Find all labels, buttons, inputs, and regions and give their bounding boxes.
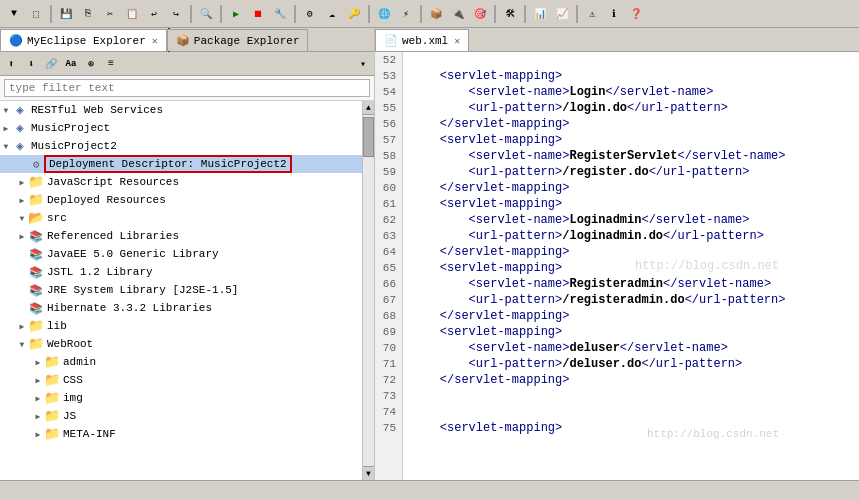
expand-icon-16[interactable]: ▶ — [32, 376, 44, 385]
tree-item-8[interactable]: ▶📚Referenced Libraries — [0, 227, 374, 245]
panel-btn-aa[interactable]: Aa — [62, 55, 80, 73]
toolbar-btn-8[interactable]: ↪ — [166, 4, 186, 24]
toolbar-btn-1[interactable]: ▼ — [4, 4, 24, 24]
toolbar-separator-2 — [190, 5, 192, 23]
scroll-up-btn[interactable]: ▲ — [363, 101, 374, 115]
tree-item-6[interactable]: ▶📁Deployed Resources — [0, 191, 374, 209]
code-line: <servlet-mapping> — [411, 132, 851, 148]
expand-icon-8[interactable]: ▶ — [16, 232, 28, 241]
toolbar-btn-14[interactable]: ☁ — [322, 4, 342, 24]
editor-tab-webxml[interactable]: 📄 web.xml ✕ — [375, 29, 469, 51]
toolbar-btn-12[interactable]: 🔧 — [270, 4, 290, 24]
tree-item-11[interactable]: 📚JRE System Library [J2SE-1.5] — [0, 281, 374, 299]
code-body[interactable]: http://blog.csdn.net <servlet-mapping> <… — [403, 52, 859, 480]
toolbar-btn-11[interactable]: ⏹ — [248, 4, 268, 24]
tree-item-5[interactable]: ▶📁JavaScript Resources — [0, 173, 374, 191]
filter-input[interactable] — [4, 79, 370, 97]
line-num: 71 — [381, 356, 396, 372]
toolbar-btn-10[interactable]: ▶ — [226, 4, 246, 24]
expand-icon-2[interactable]: ▶ — [0, 124, 12, 133]
expand-icon-13[interactable]: ▶ — [16, 322, 28, 331]
expand-icon-5[interactable]: ▶ — [16, 178, 28, 187]
toolbar-btn-16[interactable]: 🌐 — [374, 4, 394, 24]
tree-item-10[interactable]: 📚JSTL 1.2 Library — [0, 263, 374, 281]
expand-icon-1[interactable]: ▼ — [0, 106, 12, 115]
line-num: 61 — [381, 196, 396, 212]
toolbar-btn-21[interactable]: 🛠 — [500, 4, 520, 24]
item-label-13: lib — [47, 320, 67, 332]
tree-item-17[interactable]: ▶📁img — [0, 389, 374, 407]
toolbar-btn-13[interactable]: ⚙ — [300, 4, 320, 24]
line-num: 58 — [381, 148, 396, 164]
expand-icon-17[interactable]: ▶ — [32, 394, 44, 403]
toolbar-btn-5[interactable]: ✂ — [100, 4, 120, 24]
toolbar-btn-3[interactable]: 💾 — [56, 4, 76, 24]
line-num: 62 — [381, 212, 396, 228]
toolbar-btn-4[interactable]: ⎘ — [78, 4, 98, 24]
code-line: <servlet-mapping> — [411, 196, 851, 212]
toolbar-separator-4 — [294, 5, 296, 23]
toolbar-btn-2[interactable]: ⬚ — [26, 4, 46, 24]
line-num: 68 — [381, 308, 396, 324]
tree-item-4[interactable]: ⚙Deployment Descriptor: MusicProject2 — [0, 155, 374, 173]
tree-item-16[interactable]: ▶📁CSS — [0, 371, 374, 389]
xml-file-icon: 📄 — [384, 34, 398, 47]
toolbar-btn-9[interactable]: 🔍 — [196, 4, 216, 24]
editor-tab-close[interactable]: ✕ — [454, 35, 460, 47]
tree-item-15[interactable]: ▶📁admin — [0, 353, 374, 371]
item-label-8: Referenced Libraries — [47, 230, 179, 242]
tab-myeclipse-explorer[interactable]: 🔵 MyEclipse Explorer ✕ — [0, 29, 167, 51]
left-panel: 🔵 MyEclipse Explorer ✕ 📦 Package Explore… — [0, 28, 375, 480]
item-icon-3: ◈ — [12, 138, 28, 154]
item-icon-16: 📁 — [44, 372, 60, 388]
toolbar-btn-23[interactable]: 📈 — [552, 4, 572, 24]
toolbar-btn-17[interactable]: ⚡ — [396, 4, 416, 24]
expand-icon-14[interactable]: ▼ — [16, 340, 28, 349]
tree-scrollbar[interactable]: ▲ ▼ — [362, 101, 374, 480]
item-icon-2: ◈ — [12, 120, 28, 136]
tree-item-14[interactable]: ▼📁WebRoot — [0, 335, 374, 353]
code-line: <url-pattern>/registeradmin.do</url-patt… — [411, 292, 851, 308]
toolbar-btn-24[interactable]: ⚠ — [582, 4, 602, 24]
tree-item-7[interactable]: ▼📂src — [0, 209, 374, 227]
expand-icon-19[interactable]: ▶ — [32, 430, 44, 439]
panel-btn-menu[interactable]: ≡ — [102, 55, 120, 73]
tree-item-9[interactable]: 📚JavaEE 5.0 Generic Library — [0, 245, 374, 263]
toolbar-btn-6[interactable]: 📋 — [122, 4, 142, 24]
tree-item-1[interactable]: ▼◈RESTful Web Services — [0, 101, 374, 119]
toolbar-btn-15[interactable]: 🔑 — [344, 4, 364, 24]
tree-item-3[interactable]: ▼◈MusicProject2 — [0, 137, 374, 155]
toolbar-btn-19[interactable]: 🔌 — [448, 4, 468, 24]
toolbar-btn-22[interactable]: 📊 — [530, 4, 550, 24]
tree-item-12[interactable]: 📚Hibernate 3.3.2 Libraries — [0, 299, 374, 317]
tree-item-19[interactable]: ▶📁META-INF — [0, 425, 374, 443]
scroll-thumb[interactable] — [363, 117, 374, 157]
toolbar-btn-25[interactable]: ℹ — [604, 4, 624, 24]
tab-package-explorer[interactable]: 📦 Package Explorer — [167, 29, 309, 51]
editor-tab-label: web.xml — [402, 35, 448, 47]
expand-icon-15[interactable]: ▶ — [32, 358, 44, 367]
expand-icon-6[interactable]: ▶ — [16, 196, 28, 205]
expand-icon-18[interactable]: ▶ — [32, 412, 44, 421]
scroll-down-btn[interactable]: ▼ — [363, 466, 374, 480]
item-icon-6: 📁 — [28, 192, 44, 208]
toolbar-btn-18[interactable]: 📦 — [426, 4, 446, 24]
line-num: 74 — [381, 404, 396, 420]
toolbar-btn-26[interactable]: ❓ — [626, 4, 646, 24]
toolbar-btn-7[interactable]: ↩ — [144, 4, 164, 24]
expand-icon-7[interactable]: ▼ — [16, 214, 28, 223]
tree-item-13[interactable]: ▶📁lib — [0, 317, 374, 335]
item-label-10: JSTL 1.2 Library — [47, 266, 153, 278]
toolbar-btn-20[interactable]: 🎯 — [470, 4, 490, 24]
panel-btn-filter[interactable]: ⊛ — [82, 55, 100, 73]
tree-item-2[interactable]: ▶◈MusicProject — [0, 119, 374, 137]
panel-btn-scroll[interactable]: ▾ — [354, 55, 372, 73]
item-label-3: MusicProject2 — [31, 140, 117, 152]
expand-icon-3[interactable]: ▼ — [0, 142, 12, 151]
tree-item-18[interactable]: ▶📁JS — [0, 407, 374, 425]
tab-myeclipse-close[interactable]: ✕ — [152, 35, 158, 47]
panel-btn-collapse[interactable]: ⬆ — [2, 55, 20, 73]
line-num: 72 — [381, 372, 396, 388]
panel-btn-expand[interactable]: ⬇ — [22, 55, 40, 73]
panel-btn-link[interactable]: 🔗 — [42, 55, 60, 73]
